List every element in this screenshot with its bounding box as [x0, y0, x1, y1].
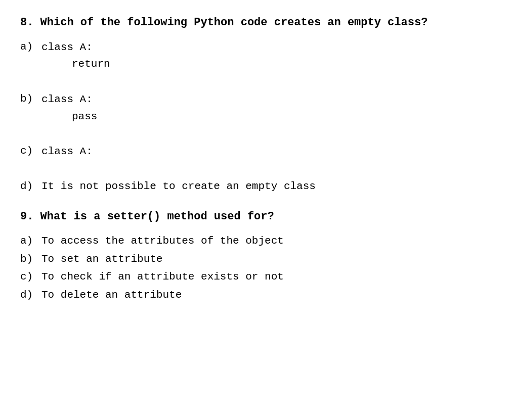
q9-option-a-content: To access the attributes of the object — [41, 233, 284, 249]
question-9-option-a: a) To access the attributes of the objec… — [20, 233, 492, 249]
option-b-line-1: class A: — [41, 91, 97, 108]
q9-option-b-content: To set an attribute — [41, 251, 162, 267]
question-9-title: 9. What is a setter() method used for? — [20, 209, 492, 225]
q9-option-d-label: d) — [20, 287, 41, 303]
question-9-option-b: b) To set an attribute — [20, 251, 492, 267]
option-b-content: class A: pass — [41, 91, 97, 125]
question-8-option-b: b) class A: pass — [20, 91, 492, 133]
question-8-option-c: c) class A: — [20, 143, 492, 168]
q9-option-d-content: To delete an attribute — [41, 287, 182, 303]
question-8: 8. Which of the following Python code cr… — [20, 15, 492, 194]
question-8-option-d: d) It is not possible to create an empty… — [20, 178, 492, 195]
option-c-label: c) — [20, 143, 41, 159]
question-9-option-d: d) To delete an attribute — [20, 287, 492, 303]
question-9: 9. What is a setter() method used for? a… — [20, 209, 492, 303]
option-a-line-2: return — [41, 56, 110, 73]
option-c-line-1: class A: — [41, 143, 93, 160]
option-b-label: b) — [20, 91, 41, 107]
option-d-content: It is not possible to create an empty cl… — [41, 178, 316, 195]
question-8-title: 8. Which of the following Python code cr… — [20, 15, 492, 31]
question-9-option-c: c) To check if an attribute exists or no… — [20, 269, 492, 285]
option-a-label: a) — [20, 39, 41, 55]
option-d-label: d) — [20, 178, 41, 195]
q9-option-b-label: b) — [20, 251, 41, 267]
option-a-content: class A: return — [41, 39, 110, 73]
q9-option-c-label: c) — [20, 269, 41, 285]
q9-option-a-label: a) — [20, 233, 41, 249]
q9-option-c-content: To check if an attribute exists or not — [41, 269, 284, 285]
option-b-line-2: pass — [41, 108, 97, 125]
option-c-content: class A: — [41, 143, 93, 160]
question-8-option-a: a) class A: return — [20, 39, 492, 81]
option-a-line-1: class A: — [41, 39, 110, 56]
